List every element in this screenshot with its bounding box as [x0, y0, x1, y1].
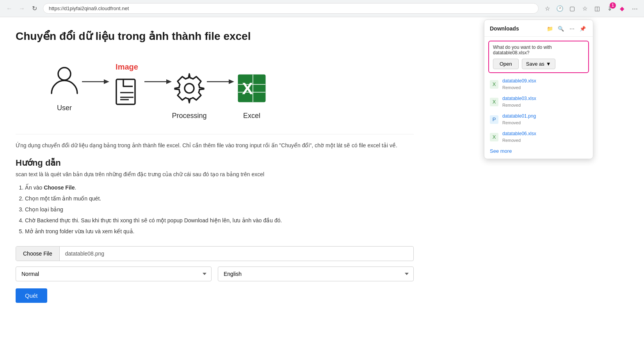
document-icon — [109, 76, 144, 113]
svg-marker-8 — [166, 79, 172, 84]
flow-diagram: User Image — [16, 55, 414, 120]
arrow1-icon — [82, 77, 109, 86]
downloads-header: Downloads 📁 🔍 ⋯ 📌 — [484, 20, 593, 37]
download-file-icon-2: X — [490, 98, 498, 106]
star-icon[interactable]: ☆ — [542, 3, 553, 14]
app-description: Ứng dụng chuyển đổi dữ liệu dạng bảng tr… — [16, 134, 414, 148]
url-text: https://d1piyfai2qina9.cloudfront.net — [49, 5, 129, 11]
download-item-name-1[interactable]: datatable09.xlsx — [502, 78, 587, 84]
more-downloads-icon[interactable]: ⋯ — [567, 24, 576, 33]
guide-step-5: Mở ảnh trong folder vừa lưu và xem kết q… — [25, 226, 414, 237]
more-menu-icon[interactable]: ⋯ — [629, 3, 640, 14]
guide-title: Hướng dẫn — [16, 158, 414, 168]
downloads-panel: Downloads 📁 🔍 ⋯ 📌 What do you want to do… — [484, 20, 593, 159]
excel-icon: X — [234, 71, 269, 107]
bookmarks-icon[interactable]: ☆ — [579, 3, 590, 14]
download-file-icon-3: P — [490, 115, 498, 124]
table-type-dropdown[interactable]: Normal Complex — [16, 266, 212, 281]
excel-label: Excel — [243, 112, 260, 120]
back-button[interactable]: ← — [4, 3, 15, 14]
save-as-label: Save as — [526, 61, 544, 67]
guide-step-4: Chờ Backend thực thi. Sau khi thực thi x… — [25, 215, 414, 226]
active-download-buttons: Open Save as ▼ — [493, 59, 584, 69]
guide-step-2: Chọn một tấm ảnh muốn quét. — [25, 193, 414, 204]
extensions-icon[interactable]: ◫ — [592, 3, 603, 14]
file-input-row: Choose File datatable08.png — [16, 246, 414, 261]
active-download: What do you want to do with datatable08.… — [488, 41, 589, 73]
open-download-button[interactable]: Open — [493, 59, 519, 69]
svg-marker-2 — [104, 79, 109, 84]
download-item-info-4: datatable06.xlsx Removed — [502, 131, 587, 143]
download-item-4: X datatable06.xlsx Removed — [484, 128, 593, 146]
pin-downloads-icon[interactable]: 📌 — [578, 24, 587, 33]
guide-step-1: Ấn vào Choose File. — [25, 182, 414, 193]
download-item-info-1: datatable09.xlsx Removed — [502, 78, 587, 90]
page-content: Chuyển đổi dữ liệu trong ảnh thành file … — [0, 17, 429, 318]
save-as-chevron-icon: ▼ — [546, 61, 551, 67]
browser-toolbar: ☆ 🕐 ▢ ☆ ◫ ⇓ 1 ◆ ⋯ — [542, 3, 640, 14]
open-downloads-folder-icon[interactable]: 📁 — [545, 24, 555, 33]
language-dropdown[interactable]: English Vietnamese — [218, 266, 414, 281]
gear-icon — [172, 71, 207, 107]
download-item-info-2: datatable03.xlsx Removed — [502, 96, 587, 108]
svg-point-9 — [185, 84, 194, 93]
history-icon[interactable]: 🕐 — [554, 3, 565, 14]
browser-chrome: ← → ↻ https://d1piyfai2qina9.cloudfront.… — [0, 0, 644, 17]
download-item-3: P datatable01.png Removed — [484, 111, 593, 128]
download-file-icon-1: X — [490, 80, 498, 89]
svg-rect-3 — [116, 79, 135, 104]
nav-buttons: ← → ↻ — [4, 3, 40, 14]
address-bar[interactable]: https://d1piyfai2qina9.cloudfront.net — [43, 3, 539, 14]
flow-excel: X Excel — [234, 55, 269, 120]
flow-processing: Processing — [172, 55, 207, 120]
guide-step-3: Chọn loại bảng — [25, 204, 414, 215]
download-item-2: X datatable03.xlsx Removed — [484, 93, 593, 111]
page-title: Chuyển đổi dữ liệu trong ảnh thành file … — [16, 30, 414, 43]
profile-icon[interactable]: ◆ — [617, 3, 628, 14]
download-item-1: X datatable09.xlsx Removed — [484, 75, 593, 93]
user-icon — [47, 63, 82, 99]
see-more-link[interactable]: See more — [484, 146, 517, 159]
downloads-header-icons: 📁 🔍 ⋯ 📌 — [545, 24, 587, 33]
image-label: Image — [116, 63, 138, 72]
user-label: User — [57, 104, 72, 112]
choose-file-ref: Choose File — [44, 184, 75, 191]
choose-file-button[interactable]: Choose File — [16, 247, 60, 261]
dropdowns-row: Normal Complex English Vietnamese — [16, 266, 414, 281]
save-as-download-button[interactable]: Save as ▼ — [522, 59, 555, 69]
file-name-display: datatable08.png — [60, 247, 413, 261]
flow-user: User — [47, 63, 82, 112]
download-item-status-2: Removed — [502, 103, 521, 107]
download-question: What do you want to do with datatable08.… — [493, 45, 584, 55]
arrow3-icon — [207, 77, 234, 86]
forward-button[interactable]: → — [16, 3, 27, 14]
svg-marker-11 — [229, 79, 234, 84]
svg-point-0 — [58, 68, 71, 80]
guide-list: Ấn vào Choose File. Chọn một tấm ảnh muố… — [16, 182, 414, 237]
downloads-button[interactable]: ⇓ 1 — [604, 3, 615, 14]
flow-image: Image — [109, 63, 144, 113]
download-item-status-1: Removed — [502, 85, 521, 90]
download-item-status-4: Removed — [502, 138, 521, 143]
search-downloads-icon[interactable]: 🔍 — [556, 24, 566, 33]
download-file-icon-4: X — [490, 133, 498, 141]
processing-label: Processing — [172, 112, 206, 120]
download-item-status-3: Removed — [502, 120, 521, 125]
guide-subtitle: scan text là là quét văn bản dựa trên nh… — [16, 171, 414, 177]
download-badge: 1 — [610, 2, 616, 9]
download-item-name-2[interactable]: datatable03.xlsx — [502, 96, 587, 101]
download-item-info-3: datatable01.png Removed — [502, 113, 587, 125]
svg-text:X: X — [242, 79, 253, 98]
download-item-name-3[interactable]: datatable01.png — [502, 113, 587, 119]
download-item-name-4[interactable]: datatable06.xlsx — [502, 131, 587, 136]
tab-icon[interactable]: ▢ — [567, 3, 578, 14]
submit-button[interactable]: Quét — [16, 288, 47, 303]
reload-button[interactable]: ↻ — [29, 3, 40, 14]
downloads-title: Downloads — [490, 25, 519, 32]
arrow2-icon — [144, 77, 172, 86]
